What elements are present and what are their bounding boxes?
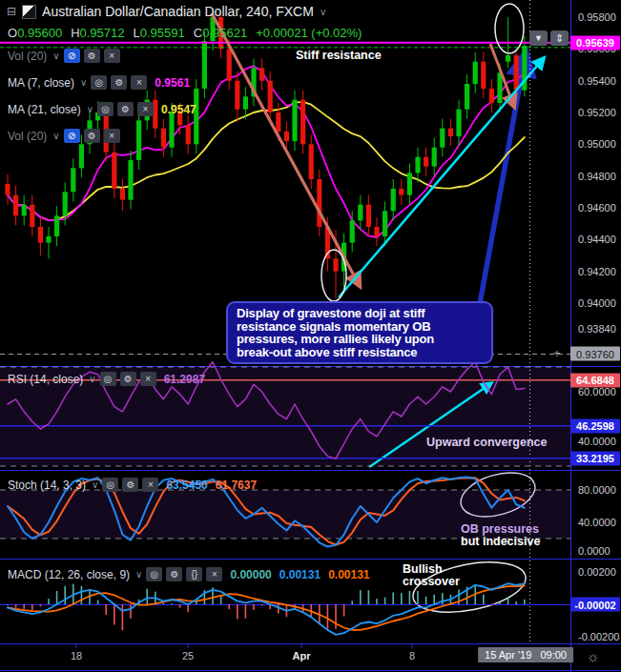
scale-buttons: ▼ ⇕ xyxy=(529,31,569,46)
price-tick: 0.95200 xyxy=(578,107,616,118)
eye-icon[interactable]: ◎ xyxy=(146,567,162,581)
macd-line-value: 0.00131 xyxy=(279,568,321,581)
legend-label[interactable]: Stoch (14, 3, 3) xyxy=(8,479,86,492)
macd-hist-bar xyxy=(409,591,411,604)
macd-hist-bar xyxy=(179,604,181,608)
legend-ma21: MA (21, close) ∨ ◎ ⚙ × 0.9547 xyxy=(8,101,197,117)
low-value: L0.95591 xyxy=(134,26,185,40)
close-icon[interactable]: × xyxy=(137,102,154,116)
add-alert-plus-icon[interactable]: + xyxy=(553,346,561,360)
legend-volume-1: Vol (20) ∨ ⊘ ⚙ × xyxy=(8,48,120,64)
macd-hist-bar xyxy=(81,586,83,604)
uptrend-arrow[interactable] xyxy=(339,58,544,297)
close-icon[interactable]: × xyxy=(140,372,156,386)
time-tick: 18 xyxy=(71,650,82,662)
rsi-value: 61.2987 xyxy=(164,373,205,386)
macd-hist-bar xyxy=(56,591,58,604)
chevron-down-icon[interactable]: ∨ xyxy=(87,104,93,114)
stiff-resistance-label[interactable]: Stiff resistance xyxy=(296,50,382,62)
chevron-down-icon[interactable]: ∨ xyxy=(52,131,59,141)
close-icon[interactable]: × xyxy=(206,567,222,581)
chevron-down-icon[interactable]: ∨ xyxy=(92,479,98,490)
note-line: break-out above stiff resistance xyxy=(237,346,483,359)
close-value: C0.95621 xyxy=(194,26,247,40)
current-time-label: 15 Apr '19 09:00 xyxy=(478,647,573,662)
macd-hist-bar xyxy=(417,591,419,604)
price-tick: 0.95800 xyxy=(578,11,616,23)
close-icon[interactable]: × xyxy=(131,75,147,90)
macd-hist-bar xyxy=(401,593,403,604)
braces-icon[interactable]: {} xyxy=(186,567,202,581)
macd-hist-bar xyxy=(237,604,238,620)
macd-hist-bar xyxy=(15,604,17,608)
macd-signal-line[interactable] xyxy=(8,586,525,630)
settings-icon[interactable]: ⚙ xyxy=(84,129,100,143)
doji-low-ellipse[interactable] xyxy=(321,250,346,301)
resistance-price-label: 0.95639 xyxy=(570,35,620,50)
macd-line[interactable] xyxy=(8,583,525,635)
macd-hist-bar xyxy=(491,604,493,605)
macd-hist-bar xyxy=(130,604,132,619)
close-icon[interactable]: × xyxy=(142,478,158,492)
macd-hist-bar xyxy=(187,604,189,612)
chevron-down-icon[interactable]: ∨ xyxy=(89,374,95,384)
trading-chart-window: ⊟ Australian Dollar/Canadian Dollar, 240… xyxy=(0,0,621,672)
settings-icon[interactable]: ⚙ xyxy=(117,102,134,116)
eye-icon[interactable]: ◎ xyxy=(100,372,116,386)
hide-icon[interactable]: ⊘ xyxy=(64,49,80,63)
legend-label[interactable]: MA (7, close) xyxy=(8,76,74,90)
macd-hist-bar xyxy=(48,599,50,604)
legend-label[interactable]: MA (21, close) xyxy=(8,103,81,116)
legend-label[interactable]: Vol (20) xyxy=(8,50,47,63)
close-icon[interactable]: × xyxy=(104,49,120,63)
macd-zero-label: -0.00002 xyxy=(570,598,620,612)
settings-icon[interactable]: ⚙ xyxy=(111,75,127,90)
eye-icon[interactable]: ◎ xyxy=(91,75,107,90)
eye-icon[interactable]: ◎ xyxy=(102,478,118,492)
settings-icon[interactable]: ⚙ xyxy=(84,49,100,63)
scroll-down-button[interactable]: ▼ xyxy=(529,31,548,46)
eye-icon[interactable]: ◎ xyxy=(97,102,114,116)
macd-hist-bar xyxy=(146,589,148,604)
ma21-value: 0.9547 xyxy=(161,103,197,116)
macd-tick: -0.00200 xyxy=(578,631,619,642)
macd-hist-bar xyxy=(515,601,517,604)
macd-hist-bar xyxy=(228,604,230,609)
macd-hist-bar xyxy=(524,600,526,604)
chevron-down-icon[interactable]: ∨ xyxy=(52,51,59,61)
settings-icon[interactable]: ⚙ xyxy=(120,372,136,386)
auto-scale-button[interactable]: ⇕ xyxy=(550,31,569,46)
chevron-down-icon[interactable]: ∨ xyxy=(135,569,142,580)
price-tick: 0.95400 xyxy=(578,75,616,87)
collapse-icon[interactable]: ⊟ xyxy=(7,5,16,18)
gravestone-doji-ellipse[interactable] xyxy=(495,4,524,53)
macd-hist-bar xyxy=(40,604,42,606)
settings-icon[interactable]: ⚙ xyxy=(166,567,182,581)
note-line: pressures, more rallies likely upon xyxy=(237,333,483,346)
upward-convergence-label[interactable]: Upward convergence xyxy=(426,437,547,449)
legend-volume-2: Vol (20) ∨ ⊘ ⚙ × xyxy=(8,128,120,144)
price-axis[interactable]: 0.958000.956000.954000.952000.950000.948… xyxy=(570,0,621,643)
legend-label[interactable]: Vol (20) xyxy=(8,130,47,143)
settings-icon[interactable]: ⚙ xyxy=(122,478,138,492)
symbol-logo xyxy=(22,5,36,19)
but-indecisive-label[interactable]: but indecisive xyxy=(461,536,540,548)
legend-label[interactable]: RSI (14, close) xyxy=(8,373,83,386)
hide-icon[interactable]: ⊘ xyxy=(64,129,80,143)
theme-sun-icon[interactable]: ☼ xyxy=(587,648,600,664)
close-icon[interactable]: × xyxy=(104,129,120,143)
note-callout[interactable]: Display of gravestone doji at stiff resi… xyxy=(226,301,493,364)
price-tick: 0.94000 xyxy=(578,297,616,309)
macd-hist-value: 0.00000 xyxy=(230,568,271,581)
ma7-line[interactable] xyxy=(8,66,525,237)
macd-hist-bar xyxy=(245,604,247,619)
stoch-tick: 40.0000 xyxy=(578,517,616,528)
symbol-title[interactable]: Australian Dollar/Canadian Dollar, 240, … xyxy=(42,4,314,19)
chevron-down-icon[interactable]: ∨ xyxy=(80,77,87,88)
ohlc-row: O0.95600 H0.95712 L0.95591 C0.95621 +0.0… xyxy=(8,26,362,40)
bullish-crossover-label[interactable]: Bullish crossover xyxy=(403,563,460,588)
chevron-down-icon[interactable]: ∨ xyxy=(320,7,326,17)
legend-label[interactable]: MACD (12, 26, close, 9) xyxy=(8,568,130,581)
price-tick: 0.93840 xyxy=(578,323,616,335)
macd-hist-bar xyxy=(376,599,378,604)
